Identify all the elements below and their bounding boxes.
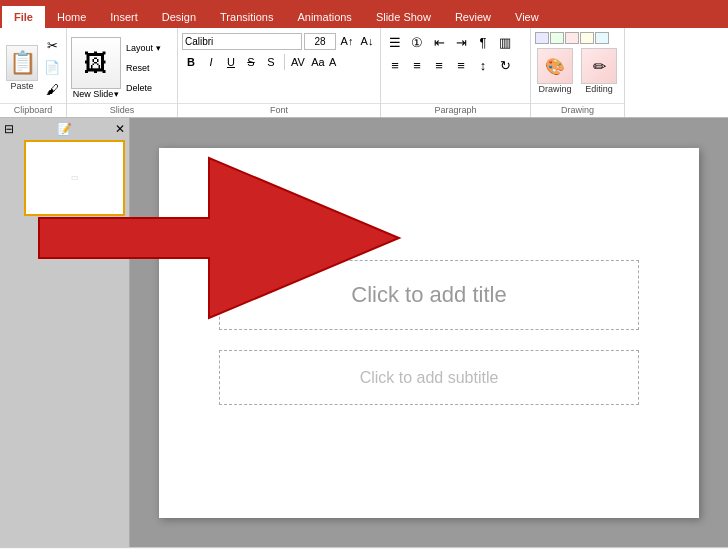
- font-label: Font: [178, 103, 380, 115]
- editing-button[interactable]: ✏ Editing: [579, 46, 619, 96]
- text-direction-button[interactable]: ↻: [495, 55, 515, 75]
- new-slide-label[interactable]: New Slide ▾: [73, 89, 120, 99]
- shape-1[interactable]: [535, 32, 549, 44]
- font-size-input[interactable]: [304, 33, 336, 50]
- panel-close-button[interactable]: ✕: [115, 122, 125, 136]
- shape-5[interactable]: [595, 32, 609, 44]
- columns-button[interactable]: ▥: [495, 32, 515, 52]
- font-name-input[interactable]: [182, 33, 302, 50]
- thumb-content: ▭: [71, 173, 79, 182]
- slides-label: Slides: [67, 103, 177, 115]
- outline-tab-icon[interactable]: 📝: [57, 122, 72, 136]
- shape-4[interactable]: [580, 32, 594, 44]
- drawing-button[interactable]: 🎨 Drawing: [535, 46, 575, 96]
- subtitle-placeholder-text: Click to add subtitle: [360, 369, 499, 387]
- slides-tab-icon[interactable]: ⊟: [4, 122, 14, 136]
- line-spacing-button[interactable]: ↕: [473, 55, 493, 75]
- drawing-btn-label: Drawing: [538, 84, 571, 94]
- group-paragraph: ☰ ① ⇤ ⇥ ¶ ▥ ≡ ≡ ≡ ≡ ↕ ↻ Paragraph: [381, 28, 531, 117]
- tab-file[interactable]: File: [2, 6, 45, 28]
- character-spacing-button[interactable]: AV: [289, 53, 307, 71]
- bold-button[interactable]: B: [182, 53, 200, 71]
- tab-review[interactable]: Review: [443, 6, 503, 28]
- align-right-button[interactable]: ≡: [429, 55, 449, 75]
- title-placeholder-text: Click to add title: [351, 282, 506, 308]
- shape-3[interactable]: [565, 32, 579, 44]
- paste-label: Paste: [10, 81, 33, 91]
- clipboard-label: Clipboard: [0, 103, 66, 115]
- paste-button[interactable]: 📋 Paste: [4, 43, 40, 93]
- decrease-font-button[interactable]: A↓: [358, 32, 376, 50]
- group-clipboard: 📋 Paste ✂ 📄 🖌 Clipboard: [0, 28, 67, 117]
- group-drawing: 🎨 Drawing ✏ Editing Drawing: [531, 28, 625, 117]
- tab-animations[interactable]: Animations: [285, 6, 363, 28]
- shape-2[interactable]: [550, 32, 564, 44]
- layout-button[interactable]: Layout ▾: [123, 39, 173, 56]
- justify-button[interactable]: ≡: [451, 55, 471, 75]
- italic-button[interactable]: I: [202, 53, 220, 71]
- change-case-button[interactable]: Aa: [309, 53, 327, 71]
- drawing-label: Drawing: [531, 103, 624, 115]
- format-painter-button[interactable]: 🖌: [42, 80, 62, 100]
- tab-insert[interactable]: Insert: [98, 6, 150, 28]
- panel-toolbar: ⊟ 📝 ✕: [4, 122, 125, 136]
- group-font: A↑ A↓ B I U S S AV Aa A Font: [178, 28, 381, 117]
- bullets-button[interactable]: ☰: [385, 32, 405, 52]
- slide-thumbnail-1[interactable]: ▭: [24, 140, 125, 216]
- strikethrough-button[interactable]: S: [242, 53, 260, 71]
- increase-indent-button[interactable]: ⇥: [451, 32, 471, 52]
- cut-button[interactable]: ✂: [42, 36, 62, 56]
- ribbon-tab-bar: File Home Insert Design Transitions Anim…: [0, 0, 728, 28]
- slide-panel: ⊟ 📝 ✕ 1 ▭: [0, 118, 130, 547]
- copy-button[interactable]: 📄: [42, 58, 62, 78]
- drawing-icon: 🎨: [537, 48, 573, 84]
- increase-font-button[interactable]: A↑: [338, 32, 356, 50]
- paste-icon: 📋: [6, 45, 38, 81]
- shadow-button[interactable]: S: [262, 53, 280, 71]
- tab-home[interactable]: Home: [45, 6, 98, 28]
- tab-view[interactable]: View: [503, 6, 551, 28]
- group-slides: 🖼 New Slide ▾ Layout ▾ Reset Delete Slid…: [67, 28, 178, 117]
- numbering-button[interactable]: ①: [407, 32, 427, 52]
- subtitle-placeholder[interactable]: Click to add subtitle: [219, 350, 639, 405]
- rtl-button[interactable]: ¶: [473, 32, 493, 52]
- font-color-button[interactable]: A: [329, 56, 336, 68]
- tab-design[interactable]: Design: [150, 6, 208, 28]
- delete-button[interactable]: Delete: [123, 79, 173, 96]
- new-slide-button[interactable]: 🖼: [71, 37, 121, 89]
- underline-button[interactable]: U: [222, 53, 240, 71]
- main-area: ⊟ 📝 ✕ 1 ▭ Click to add title Click to ad…: [0, 118, 728, 547]
- align-center-button[interactable]: ≡: [407, 55, 427, 75]
- editing-icon: ✏: [581, 48, 617, 84]
- paragraph-label: Paragraph: [381, 103, 530, 115]
- align-left-button[interactable]: ≡: [385, 55, 405, 75]
- reset-button[interactable]: Reset: [123, 59, 173, 76]
- decrease-indent-button[interactable]: ⇤: [429, 32, 449, 52]
- tab-transitions[interactable]: Transitions: [208, 6, 285, 28]
- ribbon-toolbar: 📋 Paste ✂ 📄 🖌 Clipboard 🖼 New Slide ▾ La…: [0, 28, 728, 118]
- tab-slideshow[interactable]: Slide Show: [364, 6, 443, 28]
- canvas-area: Click to add title Click to add subtitle: [130, 118, 728, 547]
- title-placeholder[interactable]: Click to add title: [219, 260, 639, 330]
- editing-btn-label: Editing: [585, 84, 613, 94]
- slide-canvas: Click to add title Click to add subtitle: [159, 148, 699, 518]
